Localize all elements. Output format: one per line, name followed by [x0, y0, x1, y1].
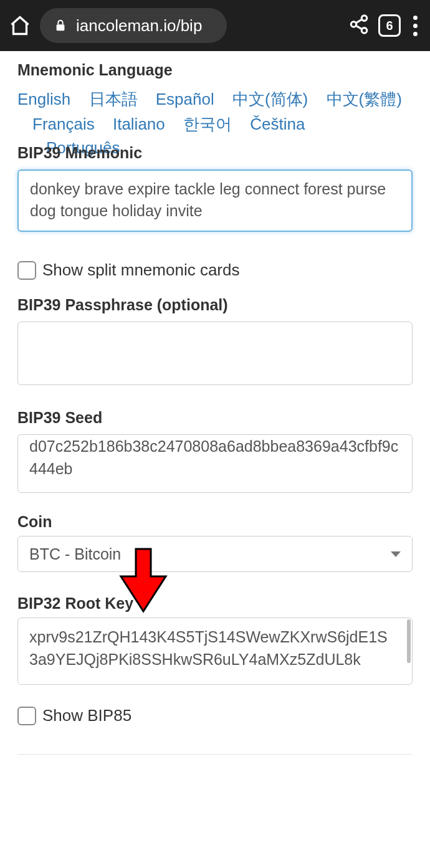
- show-bip85-row[interactable]: Show BIP85: [17, 706, 413, 725]
- show-split-row[interactable]: Show split mnemonic cards: [17, 260, 413, 280]
- lang-francais[interactable]: Français: [32, 112, 95, 136]
- lang-cestina[interactable]: Čeština: [250, 112, 305, 136]
- show-bip85-label: Show BIP85: [42, 706, 131, 725]
- svg-point-3: [361, 28, 367, 34]
- bip39-mnemonic-input[interactable]: [17, 169, 413, 232]
- bip39-mnemonic-label: BIP39 Mnemonic: [17, 144, 413, 162]
- lang-korean[interactable]: 한국어: [183, 112, 232, 136]
- tabs-button[interactable]: 6: [378, 14, 401, 37]
- svg-rect-0: [57, 24, 65, 31]
- coin-selected-value: BTC - Bitcoin: [29, 545, 121, 563]
- lock-icon: [54, 19, 67, 32]
- lang-english[interactable]: English: [17, 87, 70, 112]
- lang-zh-simplified[interactable]: 中文(简体): [232, 87, 308, 112]
- lang-zh-traditional[interactable]: 中文(繁體): [327, 87, 402, 112]
- page-content: Mnemonic Language English 日本語 Español 中文…: [0, 51, 430, 780]
- overflow-menu-icon[interactable]: [409, 16, 421, 36]
- bip39-passphrase-input[interactable]: [17, 322, 413, 385]
- show-split-label: Show split mnemonic cards: [42, 260, 239, 280]
- svg-point-1: [361, 16, 367, 21]
- tab-count: 6: [386, 19, 393, 33]
- share-icon[interactable]: [348, 14, 370, 37]
- coin-label: Coin: [17, 513, 413, 531]
- lang-espanol[interactable]: Español: [156, 87, 214, 112]
- lang-japanese[interactable]: 日本語: [89, 87, 138, 112]
- chevron-down-icon: [391, 551, 401, 557]
- mnemonic-language-label: Mnemonic Language: [17, 61, 413, 79]
- divider: [17, 754, 413, 755]
- bip39-passphrase-label: BIP39 Passphrase (optional): [17, 296, 413, 314]
- bip39-seed-output[interactable]: [17, 434, 413, 493]
- bip39-seed-label: BIP39 Seed: [17, 409, 413, 427]
- coin-select[interactable]: BTC - Bitcoin: [17, 536, 413, 572]
- home-icon[interactable]: [9, 14, 31, 37]
- svg-point-2: [351, 22, 356, 27]
- show-bip85-checkbox[interactable]: [17, 707, 36, 725]
- browser-toolbar: iancoleman.io/bip 6: [0, 0, 430, 51]
- bip32-root-key-output[interactable]: [17, 618, 413, 685]
- lang-italiano[interactable]: Italiano: [113, 112, 165, 136]
- url-text: iancoleman.io/bip: [76, 16, 202, 36]
- svg-line-4: [356, 19, 362, 23]
- language-list: English 日本語 Español 中文(简体) 中文(繁體) França…: [17, 87, 413, 141]
- scrollbar[interactable]: [407, 619, 411, 663]
- bip32-root-key-label: BIP32 Root Key: [17, 594, 413, 613]
- svg-line-5: [356, 26, 362, 29]
- url-bar[interactable]: iancoleman.io/bip: [40, 8, 227, 43]
- show-split-checkbox[interactable]: [17, 261, 36, 280]
